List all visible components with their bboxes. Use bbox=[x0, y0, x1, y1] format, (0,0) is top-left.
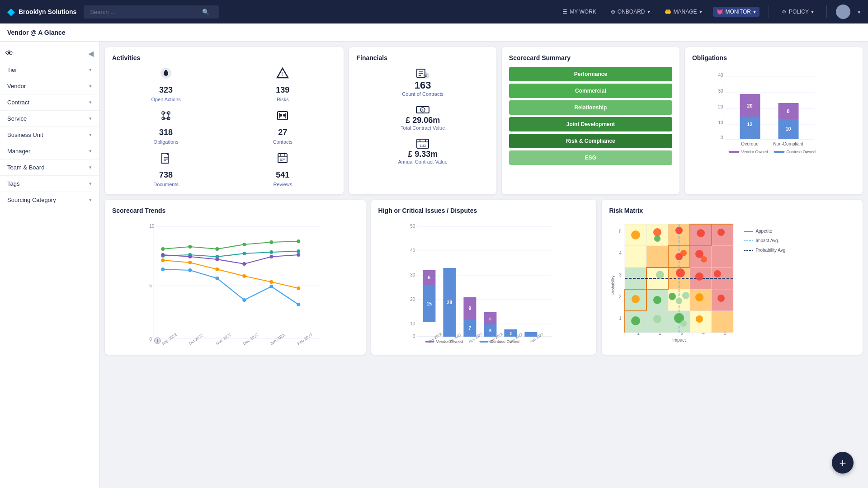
svg-text:28: 28 bbox=[447, 300, 452, 305]
sidebar-item-manager[interactable]: Manager ▾ bbox=[0, 143, 99, 160]
svg-text:0: 0 bbox=[721, 135, 723, 140]
nav-policy[interactable]: ⚙ POLICY ▾ bbox=[778, 7, 817, 17]
svg-point-83 bbox=[297, 239, 300, 243]
sidebar-item-sourcingcategory[interactable]: Sourcing Category ▾ bbox=[0, 192, 99, 208]
monitor-icon: 💓 bbox=[717, 9, 723, 15]
scorecard-relationship[interactable]: Relationship bbox=[509, 100, 672, 115]
obligations-num: 318 bbox=[159, 128, 173, 137]
sidebar-item-teamboard[interactable]: Team & Board ▾ bbox=[0, 160, 99, 176]
chevron-icon: ▾ bbox=[89, 164, 92, 170]
documents-icon bbox=[160, 152, 172, 168]
scorecard-summary-card: Scorecard Summary Performance Commercial… bbox=[502, 47, 679, 194]
scorecard-commercial[interactable]: Commercial bbox=[509, 84, 672, 98]
risk-matrix-title: Risk Matrix bbox=[609, 207, 855, 214]
svg-point-100 bbox=[269, 255, 273, 258]
svg-point-206 bbox=[676, 298, 682, 304]
sidebar-label-contract: Contract bbox=[7, 99, 29, 106]
svg-point-88 bbox=[269, 250, 273, 254]
sidebar-item-tags[interactable]: Tags ▾ bbox=[0, 176, 99, 192]
svg-point-105 bbox=[242, 298, 246, 302]
chevron-icon: ▾ bbox=[89, 116, 92, 122]
svg-text:Sep 2022: Sep 2022 bbox=[161, 332, 178, 346]
obligations-label: Obligations bbox=[154, 139, 179, 145]
search-box[interactable]: 🔍 bbox=[84, 5, 219, 19]
svg-point-93 bbox=[242, 274, 246, 278]
svg-point-97 bbox=[188, 255, 192, 258]
svg-point-190 bbox=[653, 228, 661, 236]
user-avatar[interactable] bbox=[836, 5, 850, 19]
svg-point-208 bbox=[695, 293, 703, 301]
sidebar-label-businessunit: Business Unit bbox=[7, 131, 43, 138]
svg-point-107 bbox=[297, 303, 300, 306]
sidebar-item-businessunit[interactable]: Business Unit ▾ bbox=[0, 127, 99, 143]
nav-divider bbox=[769, 5, 769, 18]
nav-manage[interactable]: 🤲 MANAGE ▾ bbox=[661, 7, 706, 17]
svg-point-78 bbox=[161, 247, 165, 251]
svg-point-196 bbox=[680, 250, 687, 256]
svg-point-210 bbox=[631, 316, 640, 325]
sidebar-item-contract[interactable]: Contract ▾ bbox=[0, 94, 99, 111]
financials-card: Financials £ 163 Count of Contracts bbox=[349, 47, 496, 194]
svg-text:Nov 2022: Nov 2022 bbox=[215, 332, 232, 346]
logo-icon: ◆ bbox=[7, 6, 15, 18]
svg-text:10: 10 bbox=[785, 126, 791, 131]
collapse-icon[interactable]: ◀ bbox=[88, 49, 94, 58]
risks-icon: ! bbox=[276, 67, 289, 83]
issues-chart: 50 40 30 20 10 0 bbox=[378, 220, 590, 346]
annual-value-num: £ 9.33m bbox=[408, 150, 438, 159]
search-input[interactable] bbox=[90, 9, 198, 15]
obligations-title: Obligations bbox=[692, 54, 855, 61]
total-value-label: Total Contract Value bbox=[401, 125, 445, 131]
svg-rect-19 bbox=[278, 154, 287, 163]
svg-rect-146 bbox=[425, 341, 434, 343]
scorecard-joint-development[interactable]: Joint Development bbox=[509, 117, 672, 131]
svg-text:20: 20 bbox=[410, 297, 415, 302]
sidebar-label-service: Service bbox=[7, 115, 27, 122]
svg-text:Non-Compliant: Non-Compliant bbox=[773, 141, 803, 146]
sidebar-label-vendor: Vendor bbox=[7, 83, 26, 89]
svg-text:30: 30 bbox=[718, 89, 723, 94]
svg-point-12 bbox=[283, 114, 286, 117]
scorecard-performance[interactable]: Performance bbox=[509, 67, 672, 81]
reviews-label: Reviews bbox=[274, 182, 292, 187]
nav-mywork[interactable]: ☰ MY WORK bbox=[559, 7, 599, 17]
obligations-icon bbox=[160, 109, 172, 125]
sidebar-label-sourcingcategory: Sourcing Category bbox=[7, 197, 56, 203]
svg-point-89 bbox=[297, 249, 300, 253]
svg-text:7: 7 bbox=[468, 326, 471, 331]
user-chevron: ▾ bbox=[858, 9, 861, 15]
issues-title: High or Critical Issues / Disputes bbox=[378, 207, 590, 214]
chevron-icon: ▾ bbox=[89, 197, 92, 203]
sidebar-item-vendor[interactable]: Vendor ▾ bbox=[0, 78, 99, 94]
svg-text:50: 50 bbox=[410, 224, 415, 229]
financials-title: Financials bbox=[356, 54, 489, 61]
nav-monitor[interactable]: 💓 MONITOR ▾ bbox=[713, 7, 760, 17]
legend-probability-avg: Probability Avg. bbox=[744, 248, 787, 253]
svg-point-189 bbox=[631, 230, 640, 239]
page-title: Vendor @ A Glance bbox=[7, 29, 66, 36]
scorecard-esg[interactable]: ESG bbox=[509, 150, 672, 165]
risk-matrix-chart: Probability 5 4 3 2 1 1 2 3 4 5 Impact bbox=[609, 220, 740, 346]
svg-text:12: 12 bbox=[747, 122, 752, 127]
activity-documents: 738 Documents bbox=[112, 152, 220, 187]
svg-rect-148 bbox=[479, 341, 488, 343]
contacts-icon bbox=[276, 109, 289, 125]
legend-impact-avg: Impact Avg. bbox=[744, 238, 787, 243]
svg-rect-51 bbox=[740, 117, 760, 139]
svg-text:40: 40 bbox=[718, 73, 723, 78]
open-actions-icon bbox=[160, 67, 172, 83]
sidebar-item-tier[interactable]: Tier ▾ bbox=[0, 62, 99, 78]
scorecard-risk-compliance[interactable]: Risk & Compliance bbox=[509, 134, 672, 148]
nav-onboard[interactable]: ⊕ ONBOARD ▾ bbox=[607, 7, 654, 17]
svg-text:1: 1 bbox=[619, 316, 622, 321]
svg-text:30: 30 bbox=[410, 272, 415, 277]
activities-title: Activities bbox=[112, 54, 336, 61]
fab-add-button[interactable]: + bbox=[832, 452, 854, 474]
sidebar-item-service[interactable]: Service ▾ bbox=[0, 111, 99, 127]
svg-text:!: ! bbox=[282, 72, 283, 77]
svg-text:Probability: Probability bbox=[611, 275, 615, 295]
trends-card: Scorecard Trends 10 5 0 Sep 2022 Oct 202… bbox=[105, 200, 366, 355]
svg-point-79 bbox=[188, 245, 192, 249]
svg-rect-167 bbox=[625, 246, 646, 267]
svg-point-82 bbox=[269, 240, 273, 244]
